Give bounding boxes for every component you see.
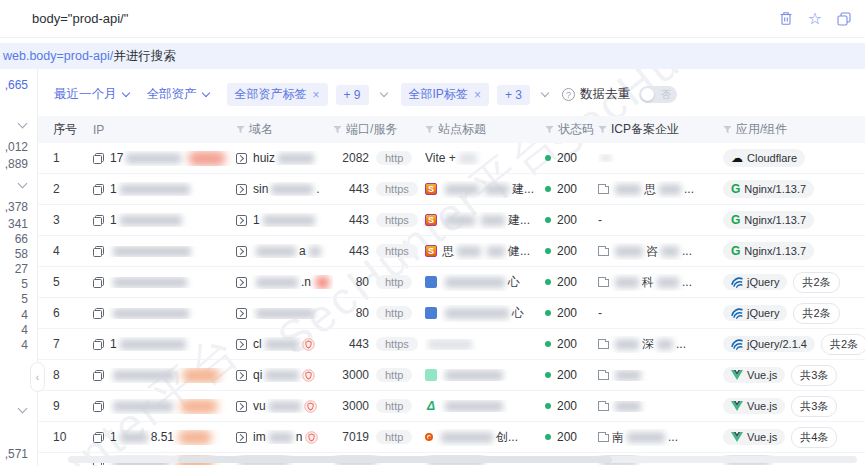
- ip-tag-pill[interactable]: 全部IP标签×: [401, 83, 489, 106]
- table-row[interactable]: 3 1 1 443https S建... 200 - GNginx/1.13.7: [38, 205, 865, 236]
- chevron-down-icon[interactable]: [18, 179, 28, 189]
- collapse-sidebar-button[interactable]: ‹: [30, 362, 45, 392]
- table-row[interactable]: 10 18.51 imn 7019http 创... 200 南... Vue.…: [38, 422, 865, 453]
- component-count-pill[interactable]: 共2条: [793, 303, 839, 324]
- horizontal-scrollbar[interactable]: [68, 456, 857, 463]
- copy-icon[interactable]: [93, 153, 104, 164]
- close-icon[interactable]: ×: [313, 88, 320, 102]
- open-link-icon[interactable]: [236, 153, 247, 164]
- open-link-icon[interactable]: [236, 401, 247, 412]
- component-count-pill[interactable]: 共3条: [791, 396, 837, 417]
- table-row[interactable]: 8 qi 3000http 200 Vue.js共3条: [38, 360, 865, 391]
- open-link-icon[interactable]: [236, 432, 247, 443]
- chevron-down-icon[interactable]: [18, 404, 28, 414]
- risk-shield-badge[interactable]: [302, 338, 315, 351]
- filter-funnel-icon[interactable]: [236, 125, 245, 134]
- copy-icon[interactable]: [93, 370, 104, 381]
- ip-tag-more-pill[interactable]: + 3: [497, 85, 530, 105]
- facet-count[interactable]: 4: [21, 308, 28, 322]
- component-count-pill[interactable]: 共4条: [791, 427, 837, 448]
- protocol-tag[interactable]: http: [376, 306, 412, 320]
- notice-link[interactable]: web.body=prod-api/: [3, 49, 113, 63]
- asset-scope-dropdown[interactable]: 全部资产: [147, 86, 209, 103]
- header-components[interactable]: 应用/组件: [723, 121, 865, 138]
- component-pill[interactable]: jQuery: [723, 305, 787, 321]
- protocol-tag[interactable]: http: [376, 430, 412, 444]
- table-row[interactable]: 6 80http 心 200 - jQuery共2条: [38, 298, 865, 329]
- header-title[interactable]: 站点标题: [425, 121, 545, 138]
- filter-funnel-icon[interactable]: [425, 125, 434, 134]
- facet-count[interactable]: 66: [15, 232, 28, 246]
- asset-tag-more-pill[interactable]: + 9: [336, 85, 369, 105]
- filter-funnel-icon[interactable]: [333, 125, 342, 134]
- component-count-pill[interactable]: 共2条: [821, 334, 865, 355]
- open-link-icon[interactable]: [236, 246, 247, 257]
- facet-count[interactable]: ,889: [5, 157, 28, 171]
- facet-count[interactable]: 4: [21, 338, 28, 352]
- header-status[interactable]: 状态码: [545, 121, 598, 138]
- copy-icon[interactable]: [93, 339, 104, 350]
- component-pill[interactable]: ☁Cloudflare: [723, 149, 805, 167]
- open-link-icon[interactable]: [236, 215, 247, 226]
- component-pill[interactable]: jQuery: [723, 274, 787, 290]
- component-pill[interactable]: GNginx/1.13.7: [723, 242, 814, 260]
- component-pill[interactable]: Vue.js: [723, 398, 785, 414]
- scrollbar-thumb[interactable]: [178, 456, 612, 463]
- open-link-icon[interactable]: [236, 370, 247, 381]
- favorite-star-icon[interactable]: ☆: [808, 11, 822, 27]
- component-pill[interactable]: Vue.js: [723, 367, 785, 383]
- facet-count[interactable]: 5: [21, 277, 28, 291]
- copy-icon[interactable]: [93, 246, 104, 257]
- copy-icon[interactable]: [93, 432, 104, 443]
- table-row[interactable]: 7 1 cl 443https 200 深... jQuery/2.1.4共2条: [38, 329, 865, 360]
- open-link-icon[interactable]: [236, 308, 247, 319]
- protocol-tag[interactable]: https: [376, 213, 418, 227]
- protocol-tag[interactable]: https: [376, 337, 418, 351]
- facet-count[interactable]: 341: [8, 217, 28, 231]
- header-icp[interactable]: ICP备案企业: [598, 121, 723, 138]
- help-icon[interactable]: ?: [562, 88, 575, 101]
- copy-icon[interactable]: [93, 308, 104, 319]
- header-port[interactable]: 端口/服务: [333, 121, 425, 138]
- protocol-tag[interactable]: https: [376, 244, 418, 258]
- component-pill[interactable]: GNginx/1.13.7: [723, 180, 814, 198]
- facet-count[interactable]: ,571: [5, 447, 28, 461]
- component-count-pill[interactable]: 共3条: [791, 365, 837, 386]
- component-count-pill[interactable]: 共2条: [793, 272, 839, 293]
- facet-count[interactable]: 5: [21, 292, 28, 306]
- close-icon[interactable]: ×: [474, 88, 481, 102]
- component-pill[interactable]: Vue.js: [723, 429, 785, 445]
- chevron-down-icon[interactable]: [379, 89, 387, 97]
- risk-shield-badge[interactable]: [305, 431, 318, 444]
- open-link-icon[interactable]: [236, 339, 247, 350]
- table-row[interactable]: 1 17 huiz 2082http Vite + 200 ☁Cloudflar…: [38, 143, 865, 174]
- open-link-icon[interactable]: [236, 184, 247, 195]
- delete-icon[interactable]: [779, 11, 793, 26]
- facet-count[interactable]: 27: [15, 262, 28, 276]
- risk-shield-badge[interactable]: [302, 369, 315, 382]
- table-row[interactable]: 2 1 sin. 443https S建... 200 思... GNginx/…: [38, 174, 865, 205]
- header-seq[interactable]: 序号: [53, 121, 93, 138]
- facet-count[interactable]: ,665: [5, 78, 28, 92]
- component-pill[interactable]: jQuery/2.1.4: [723, 336, 815, 352]
- facet-count[interactable]: 4: [21, 323, 28, 337]
- copy-layers-icon[interactable]: [837, 12, 851, 26]
- protocol-tag[interactable]: http: [376, 151, 412, 165]
- copy-icon[interactable]: [93, 184, 104, 195]
- open-link-icon[interactable]: [236, 277, 247, 288]
- table-row[interactable]: 9 vu 3000http Δ 200 Vue.js共3条: [38, 391, 865, 422]
- protocol-tag[interactable]: http: [376, 399, 412, 413]
- table-row[interactable]: 4 a 443https S思健... 200 咨... GNginx/1.13…: [38, 236, 865, 267]
- chevron-down-icon[interactable]: [541, 89, 549, 97]
- filter-funnel-icon[interactable]: [723, 125, 732, 134]
- copy-icon[interactable]: [93, 277, 104, 288]
- risk-shield-badge[interactable]: [304, 400, 317, 413]
- filter-funnel-icon[interactable]: [598, 125, 607, 134]
- search-query-input[interactable]: body="prod-api/": [32, 11, 779, 26]
- facet-count[interactable]: 58: [15, 247, 28, 261]
- asset-tag-pill[interactable]: 全部资产标签×: [227, 83, 328, 106]
- copy-icon[interactable]: [93, 215, 104, 226]
- facet-count[interactable]: ,012: [5, 140, 28, 154]
- table-row[interactable]: 5 .n 80http 心 200 科... jQuery共2条: [38, 267, 865, 298]
- chevron-down-icon[interactable]: [18, 119, 28, 129]
